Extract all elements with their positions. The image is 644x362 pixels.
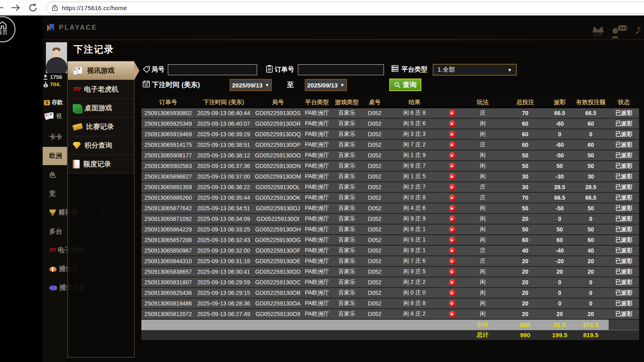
round-no-cell: GD052259130OL bbox=[252, 182, 304, 192]
platform-cell: PA欧洲厅 bbox=[304, 108, 330, 118]
table-no-cell: D052 bbox=[363, 150, 386, 161]
table-no-cell: D052 bbox=[363, 182, 386, 192]
forward-button[interactable] bbox=[10, 2, 20, 13]
result-cell: 闲 1 庄 5 bbox=[386, 171, 443, 182]
panel-menu-item-5[interactable]: 积分查询 bbox=[68, 136, 134, 155]
payout-cell: 0 bbox=[546, 214, 573, 224]
order-input[interactable] bbox=[298, 64, 384, 75]
panel-menu-item-2[interactable]: 777电子老虎机 bbox=[68, 80, 134, 99]
panel-menu-item-1[interactable]: K9视讯游戏 bbox=[68, 61, 134, 80]
bet-time-cell: 2025-09-13 06:40:07 bbox=[195, 118, 252, 129]
valid-bet-cell: 0 bbox=[573, 298, 609, 309]
replay-button[interactable]: ▶ bbox=[449, 205, 456, 212]
replay-button[interactable]: ▶ bbox=[449, 120, 456, 127]
replay-button[interactable]: ▶ bbox=[449, 300, 456, 307]
cards-icon: K9 bbox=[73, 66, 83, 75]
subtotal-row: 小计82051.5671.5 bbox=[141, 319, 639, 330]
replay-button[interactable]: ▶ bbox=[449, 290, 456, 297]
order-no-cell: 250913065908177 bbox=[141, 150, 195, 161]
replay-button[interactable]: ▶ bbox=[449, 110, 456, 117]
fish-orange-icon bbox=[49, 267, 56, 272]
deposit-button[interactable]: $ 存款 bbox=[44, 99, 63, 106]
panel-menu-item-6[interactable]: 额度记录 bbox=[68, 155, 134, 174]
panel-menu-item-3[interactable]: 桌面游戏 bbox=[68, 99, 134, 118]
replay-button[interactable]: ▶ bbox=[449, 163, 456, 170]
replay-button[interactable]: ▶ bbox=[449, 131, 456, 138]
order-no-cell: 250913065825436 bbox=[141, 288, 195, 298]
replay-button[interactable]: ▶ bbox=[449, 237, 456, 244]
status-cell: 已派彩 bbox=[609, 192, 639, 203]
platform-icon bbox=[391, 65, 399, 72]
replay-button[interactable]: ▶ bbox=[449, 152, 456, 159]
total-bet-cell: 20 bbox=[504, 309, 546, 319]
platform-cell: PA欧洲厅 bbox=[304, 161, 330, 171]
table-no-cell: D052 bbox=[363, 192, 386, 203]
bet-type-cell: 闲 bbox=[462, 214, 504, 224]
address-bar[interactable]: https://175616.cc/home bbox=[46, 2, 644, 14]
replay-button[interactable]: ▶ bbox=[449, 142, 456, 148]
date-to-picker[interactable]: 2025/09/13 ▼ bbox=[305, 79, 347, 91]
video-games-row[interactable]: K9 视 bbox=[45, 112, 62, 120]
game-type-cell: 百家乐 bbox=[330, 224, 363, 235]
platform-cell: PA欧洲厅 bbox=[304, 224, 330, 235]
order-no-cell: 250913065857208 bbox=[141, 235, 195, 245]
order-no-cell: 250913065891359 bbox=[141, 182, 195, 192]
payout-cell: -60 bbox=[546, 140, 573, 150]
lobby-menu-label: 色 bbox=[49, 171, 56, 179]
payout-cell: -40 bbox=[546, 245, 573, 256]
replay-button[interactable]: ▶ bbox=[449, 279, 456, 286]
replay-button[interactable]: ▶ bbox=[449, 173, 456, 180]
game-type-cell: 百家乐 bbox=[330, 192, 363, 203]
screen: PLAYACE VIP ♪ 1756 $ 704. $ 存款 bbox=[0, 0, 644, 362]
order-no-cell: 250913065812072 bbox=[141, 309, 195, 319]
play-cell: ▶ bbox=[443, 224, 462, 235]
result-cell: 闲 0 庄 0 bbox=[386, 288, 443, 298]
replay-button[interactable]: ▶ bbox=[449, 216, 456, 222]
total-bet-cell: 20 bbox=[504, 288, 546, 298]
table-row: 2509130658254362025-09-13 06:29:15GD0522… bbox=[141, 288, 639, 298]
round-no-cell: GD052259130OD bbox=[252, 266, 304, 277]
platform-select[interactable]: 1.全部 ▼ bbox=[433, 64, 517, 76]
panel-menu-label: 电子老虎机 bbox=[84, 85, 119, 94]
game-type-cell: 百家乐 bbox=[330, 161, 363, 171]
valid-bet-cell: 66.5 bbox=[573, 108, 609, 118]
panel-menu-label: 桌面游戏 bbox=[85, 103, 112, 113]
payout-cell: -50 bbox=[546, 150, 573, 161]
total-bet-cell: 60 bbox=[504, 235, 546, 245]
to-label: 至 bbox=[287, 80, 294, 89]
column-header: 总投注 bbox=[504, 97, 546, 108]
date-from-picker[interactable]: 2025/09/13 ▼ bbox=[230, 79, 272, 91]
round-filter-label: 局号 bbox=[152, 65, 165, 74]
play-cell: ▶ bbox=[443, 192, 462, 203]
total-bet-cell: 50 bbox=[504, 150, 546, 161]
panel-menu-label: 积分查询 bbox=[85, 141, 112, 150]
replay-button[interactable]: ▶ bbox=[449, 184, 456, 191]
table-row: 2509130658776422025-09-13 06:34:51GD0522… bbox=[141, 203, 639, 214]
replay-button[interactable]: ▶ bbox=[449, 311, 456, 318]
total-bet-cell: 50 bbox=[504, 224, 546, 235]
round-input[interactable] bbox=[168, 64, 257, 75]
summary-payout: 51.5 bbox=[546, 319, 573, 330]
valid-bet-cell: 50 bbox=[573, 203, 609, 214]
play-cell: ▶ bbox=[443, 298, 462, 309]
payout-cell: 20 bbox=[546, 309, 573, 319]
url-text: https://175616.cc/home bbox=[62, 4, 127, 11]
panel-menu-item-4[interactable]: 比赛记录 bbox=[68, 118, 134, 136]
replay-button[interactable]: ▶ bbox=[449, 194, 456, 201]
replay-button[interactable]: ▶ bbox=[449, 258, 456, 265]
table-row: 2509130658509672025-09-13 06:32:00GD0522… bbox=[141, 245, 639, 256]
game-type-cell: 百家乐 bbox=[330, 171, 363, 182]
back-button[interactable] bbox=[0, 2, 5, 13]
result-cell: 闲 4 庄 6 bbox=[386, 203, 443, 214]
table-no-cell: D052 bbox=[363, 288, 386, 298]
replay-button[interactable]: ▶ bbox=[449, 268, 456, 275]
home-float-label: 首页 bbox=[0, 29, 15, 36]
platform-cell: PA欧洲厅 bbox=[304, 129, 330, 140]
replay-button[interactable]: ▶ bbox=[449, 226, 456, 233]
search-button[interactable]: 查询 bbox=[389, 79, 421, 91]
avatar[interactable] bbox=[46, 42, 67, 73]
result-cell: 闲 9 庄 5 bbox=[386, 266, 443, 277]
reload-button[interactable] bbox=[28, 2, 38, 13]
replay-button[interactable]: ▶ bbox=[449, 247, 456, 254]
bet-time-cell: 2025-09-13 06:29:59 bbox=[195, 277, 252, 288]
